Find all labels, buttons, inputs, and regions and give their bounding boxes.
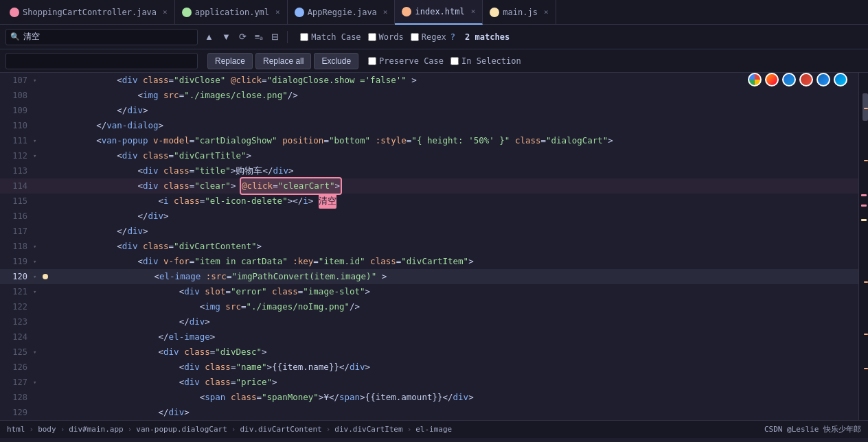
lt-111: < <box>96 133 102 148</box>
table-row: 128 <span class="spanMoney">¥</span>{{it… <box>0 390 858 405</box>
tag-119: div <box>143 254 159 269</box>
cgt-113: > <box>288 163 294 178</box>
replace-all-button[interactable]: Replace all <box>255 53 311 69</box>
search-filter-button[interactable]: ⊟ <box>269 30 282 43</box>
eq2-119: = <box>313 254 319 269</box>
val-115: "el-icon-delete" <box>205 194 287 209</box>
attr-127: class <box>200 375 231 390</box>
eq-122: = <box>241 299 247 314</box>
search-mode-button[interactable]: ≡ₐ <box>252 30 266 43</box>
tab-application-yml[interactable]: application.yml × <box>175 0 288 25</box>
fold-118[interactable]: ▾ <box>33 243 43 250</box>
breadcrumb-body[interactable]: body <box>38 425 56 434</box>
fold-127[interactable]: ▾ <box>33 379 43 386</box>
exclude-button[interactable]: Exclude <box>314 53 358 69</box>
search-refresh-button[interactable]: ⟳ <box>236 30 249 43</box>
scroll-bar[interactable] <box>858 73 868 420</box>
breadcrumb-vanpopup[interactable]: van-popup.dialogCart <box>136 425 227 434</box>
val-114: "clear" <box>194 178 231 194</box>
attr4-111: class <box>510 133 540 148</box>
search-next-button[interactable]: ▼ <box>219 30 233 43</box>
code-line-125: <div class="divDesc"> <box>49 345 267 360</box>
scroll-marker-2 <box>861 205 867 207</box>
fold-112[interactable]: ▾ <box>33 152 43 159</box>
tag-109: div <box>127 103 143 118</box>
tab-close-main-js[interactable]: × <box>544 8 549 16</box>
line-number-128: 128 <box>0 393 33 402</box>
csdn-label: CSDN @Leslie 快乐少年郎 <box>764 424 861 434</box>
replace-button[interactable]: Replace <box>207 53 253 69</box>
breadcrumb-main[interactable]: div#main.app <box>69 425 123 434</box>
val-127: "price" <box>236 375 272 390</box>
search-prev-button[interactable]: ▲ <box>202 30 216 43</box>
match-case-option[interactable]: Match Case <box>300 32 361 42</box>
search-input[interactable] <box>23 32 161 42</box>
tab-close-shopping-cart[interactable]: × <box>163 8 168 16</box>
regex-help-icon[interactable]: ? <box>450 32 455 42</box>
indent-116 <box>55 209 137 224</box>
regex-option[interactable]: Regex ? <box>411 32 455 42</box>
breadcrumb-elimage[interactable]: el-image <box>415 425 452 434</box>
table-row: 120 ▾ <el-image :src="imgPathConvert(ite… <box>0 269 858 284</box>
eq2-111: = <box>323 133 329 148</box>
text-126: {{item.name}} <box>272 360 339 375</box>
scroll-marker-5 <box>864 281 868 283</box>
table-row: 121 ▾ <div slot="error" class="image-slo… <box>0 284 858 299</box>
attr1-111: v-model <box>148 133 189 148</box>
indent-120 <box>51 269 155 284</box>
preserve-case-checkbox[interactable] <box>368 57 376 65</box>
indent-113 <box>55 163 137 178</box>
close-tag-109: </ <box>117 103 127 118</box>
indent-118 <box>55 239 117 254</box>
fold-119[interactable]: ▾ <box>33 258 43 265</box>
tab-icon-java <box>10 8 19 17</box>
attr3-119: class <box>365 254 396 269</box>
eq-128: = <box>257 390 262 405</box>
eq-112: = <box>169 148 174 163</box>
ie-icon[interactable] <box>816 73 830 86</box>
val3-111: "{ height: '50%' }" <box>411 133 510 148</box>
tab-close-reggie[interactable]: × <box>383 8 388 16</box>
tab-close-index[interactable]: × <box>471 7 476 16</box>
cgt-126: > <box>365 360 371 375</box>
preserve-case-option[interactable]: Preserve Case <box>368 56 444 66</box>
replace-input[interactable] <box>10 56 189 66</box>
tab-close-yml[interactable]: × <box>275 8 280 16</box>
tab-main-js[interactable]: main.js × <box>483 0 556 25</box>
tab-shopping-cart[interactable]: ShoppingCartController.java × <box>3 0 175 25</box>
opera-icon[interactable] <box>782 73 796 86</box>
fold-125[interactable]: ▾ <box>33 349 43 356</box>
gt-113: > <box>231 163 236 178</box>
line-number-116: 116 <box>0 211 33 221</box>
in-selection-option[interactable]: In Selection <box>450 56 521 66</box>
words-option[interactable]: Words <box>368 32 404 42</box>
regex-checkbox[interactable] <box>411 33 419 41</box>
attr-114: class <box>159 178 190 194</box>
breadcrumb-sep-2: › <box>60 425 65 434</box>
tag-127: div <box>184 375 200 390</box>
eq-115: = <box>200 194 205 209</box>
fold-121[interactable]: ▾ <box>33 288 43 295</box>
fold-107[interactable]: ▾ <box>33 77 43 84</box>
indent-111 <box>55 133 96 148</box>
tab-app-reggie[interactable]: AppReggie.java × <box>288 0 396 25</box>
browser-360-icon[interactable] <box>799 73 813 86</box>
words-checkbox[interactable] <box>368 33 376 41</box>
match-case-checkbox[interactable] <box>300 33 308 41</box>
fold-111[interactable]: ▾ <box>33 137 43 144</box>
tab-label-index: index.html <box>415 7 464 16</box>
firefox-icon[interactable] <box>765 73 779 86</box>
edge-icon[interactable] <box>834 73 847 86</box>
table-row: 113 <div class="title">购物车</div> <box>0 163 858 178</box>
indent-126 <box>55 360 179 375</box>
breadcrumb-html[interactable]: html <box>7 425 25 434</box>
chrome-icon[interactable] <box>748 73 762 86</box>
fold-120[interactable]: ▾ <box>33 273 43 280</box>
match-115: 清空 <box>319 194 336 209</box>
tab-index-html[interactable]: index.html × <box>395 0 483 25</box>
breadcrumb-divcartcontent[interactable]: div.divCartContent <box>240 425 321 434</box>
breadcrumb-divcartitem[interactable]: div.divCartItem <box>334 425 402 434</box>
gt-127: > <box>272 375 277 390</box>
in-selection-checkbox[interactable] <box>450 57 459 65</box>
closetag-124: </ <box>159 329 169 345</box>
